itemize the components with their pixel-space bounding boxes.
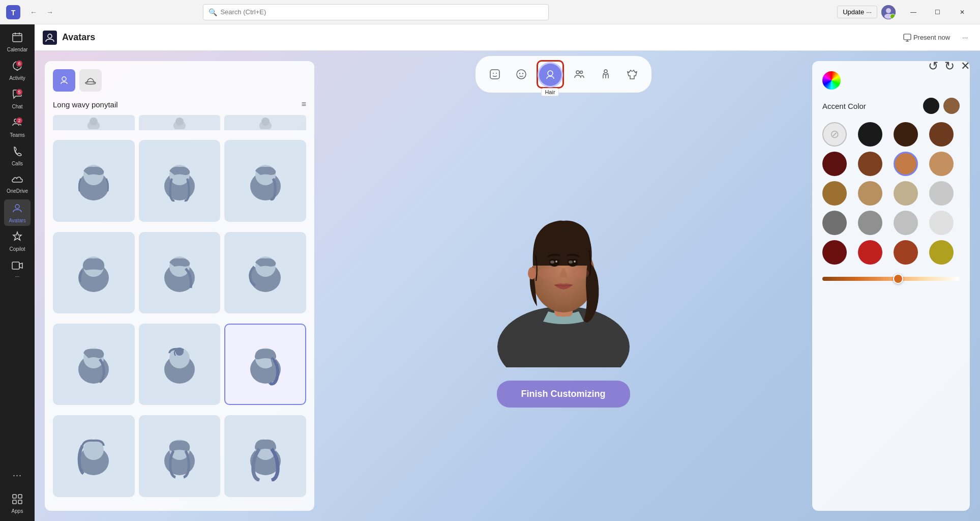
color-swatch-goldbrown[interactable]: [822, 181, 847, 206]
app-layout: Calendar 6 Activity 5 Chat 2 Teams: [0, 24, 980, 521]
toolbar-face-button[interactable]: [510, 63, 532, 85]
sidebar-item-avatars[interactable]: Avatars: [4, 199, 31, 226]
title-bar: T ← → 🔍 Update ··· — ☐ ✕: [0, 0, 980, 24]
color-swatch-medgrey[interactable]: [858, 211, 882, 235]
svg-rect-15: [13, 495, 16, 498]
hair-item[interactable]: [53, 115, 135, 130]
hair-tab-button[interactable]: [53, 69, 75, 92]
editor-close-button[interactable]: ✕: [961, 60, 970, 73]
update-button[interactable]: Update ···: [837, 6, 877, 18]
svg-point-76: [575, 268, 589, 278]
teams-badge: 2: [16, 117, 23, 124]
sidebar-item-more[interactable]: ···: [4, 462, 31, 488]
hair-item-11[interactable]: [139, 415, 221, 497]
color-swatch-orangebrown[interactable]: [894, 240, 918, 265]
toolbar-body-button[interactable]: [595, 63, 617, 85]
color-swatch-whitegrey[interactable]: [929, 211, 954, 235]
sidebar-item-activity[interactable]: 6 Activity: [4, 57, 31, 83]
color-slider[interactable]: [822, 277, 960, 281]
color-swatch-lightgrey[interactable]: [929, 181, 954, 206]
sidebar-item-chat[interactable]: 5 Chat: [4, 85, 31, 112]
chat-badge: 5: [16, 89, 23, 96]
toolbar-clothing-button[interactable]: [621, 63, 643, 85]
svg-point-4: [884, 14, 893, 19]
svg-point-72: [569, 260, 573, 264]
hair-item-12[interactable]: [224, 415, 306, 497]
maximize-button[interactable]: ☐: [926, 4, 949, 20]
present-now-button[interactable]: Present now: [899, 32, 954, 44]
filter-icon[interactable]: ≡: [302, 100, 306, 109]
accent-swatch-brown[interactable]: [943, 98, 960, 114]
color-swatch-mediumbrown2[interactable]: [858, 152, 882, 176]
toolbar-groups-wrapper: [568, 63, 590, 85]
minimize-button[interactable]: —: [902, 4, 925, 20]
search-input[interactable]: [220, 8, 543, 16]
color-swatch-red[interactable]: [858, 240, 882, 265]
sidebar-item-calendar[interactable]: Calendar: [4, 28, 31, 55]
svg-point-61: [576, 71, 579, 74]
hair-item-7[interactable]: [53, 324, 135, 406]
color-swatch-ashblonde[interactable]: [894, 181, 918, 206]
svg-point-24: [90, 118, 98, 126]
hair-item-6[interactable]: [224, 232, 306, 314]
hair-item-5[interactable]: [139, 232, 221, 314]
left-panel-tabs: [53, 69, 306, 92]
hair-item-4[interactable]: [53, 232, 135, 314]
color-swatch-darkred2[interactable]: [822, 240, 847, 265]
svg-point-62: [580, 71, 582, 74]
color-swatch-sandy[interactable]: [929, 152, 954, 176]
hair-item[interactable]: [224, 115, 306, 130]
accent-swatch-black[interactable]: [923, 98, 939, 114]
color-wheel-icon: [822, 71, 841, 90]
finish-customizing-button[interactable]: Finish Customizing: [497, 381, 630, 408]
slider-thumb[interactable]: [893, 274, 903, 284]
sidebar-item-onedrive[interactable]: OneDrive: [4, 171, 31, 197]
color-swatch-darkgrey[interactable]: [822, 211, 847, 235]
color-swatch-lightbrown[interactable]: [858, 181, 882, 206]
teams-icon: 2: [12, 117, 23, 131]
svg-point-70: [568, 259, 578, 267]
toolbar-hair-button[interactable]: [539, 64, 561, 86]
sidebar-item-copilot-label: Copilot: [9, 246, 25, 252]
close-button[interactable]: ✕: [951, 4, 974, 20]
color-swatch-none[interactable]: ⊘: [822, 122, 847, 147]
svg-point-21: [62, 77, 66, 81]
sidebar-item-teams[interactable]: 2 Teams: [4, 114, 31, 140]
redo-button[interactable]: ↻: [944, 59, 955, 73]
hair-item-8[interactable]: [139, 324, 221, 406]
search-bar: 🔍: [203, 4, 549, 20]
hat-tab-button[interactable]: [79, 69, 102, 92]
forward-button[interactable]: →: [43, 5, 57, 19]
sidebar-item-apps-label: Apps: [12, 508, 23, 514]
sidebar-item-teams-label: Teams: [10, 132, 24, 138]
hair-item[interactable]: [139, 115, 221, 130]
toolbar-reactions-button[interactable]: [484, 63, 506, 85]
svg-point-60: [548, 71, 553, 76]
toolbar-hair-wrapper: Hair: [537, 60, 564, 89]
color-swatch-mediumbrown1[interactable]: [929, 122, 954, 147]
toolbar-groups-button[interactable]: [568, 63, 590, 85]
color-swatch-golden[interactable]: [929, 240, 954, 265]
hair-item-2[interactable]: [139, 140, 221, 222]
hair-item-1[interactable]: [53, 140, 135, 222]
color-swatch-darkred[interactable]: [822, 152, 847, 176]
color-swatch-black[interactable]: [858, 122, 882, 147]
sidebar-item-meet[interactable]: ···: [4, 256, 31, 283]
hair-item-9-selected[interactable]: [224, 324, 306, 406]
color-swatch-caramel[interactable]: [894, 152, 918, 176]
page-title: Avatars: [62, 32, 95, 43]
hair-item-3[interactable]: [224, 140, 306, 222]
sidebar-item-apps[interactable]: Apps: [4, 490, 31, 517]
sidebar-item-avatars-label: Avatars: [9, 218, 26, 223]
sidebar-item-copilot[interactable]: Copilot: [4, 228, 31, 254]
undo-button[interactable]: ↺: [928, 59, 938, 73]
color-swatch-darkbrown1[interactable]: [894, 122, 918, 147]
sidebar-item-calls[interactable]: Calls: [4, 142, 31, 169]
more-options-button[interactable]: ···: [958, 32, 972, 43]
user-avatar[interactable]: [881, 5, 896, 19]
color-swatch-silver[interactable]: [894, 211, 918, 235]
svg-rect-16: [18, 495, 22, 498]
hair-item-10[interactable]: [53, 415, 135, 497]
back-button[interactable]: ←: [26, 5, 41, 19]
svg-text:T: T: [11, 9, 16, 17]
